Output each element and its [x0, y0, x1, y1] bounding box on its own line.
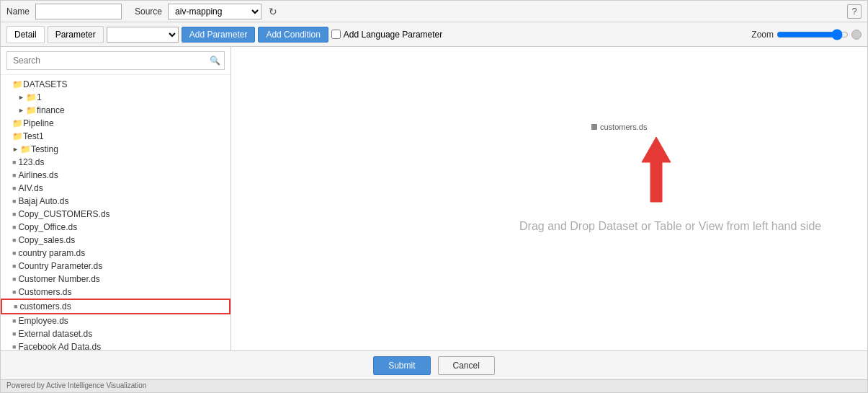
list-item[interactable]: ■ Copy_sales.ds — [1, 234, 231, 247]
bottom-bar: Powered by Active Intelligence Visualiza… — [1, 379, 867, 392]
left-panel: 🔍 📁 DATASETS ► 📁 1 — [1, 47, 231, 350]
folder-icon-test1: 📁 — [12, 131, 23, 141]
tree-label: 123.ds — [18, 157, 44, 167]
file-icon: ■ — [12, 288, 16, 296]
file-icon: ■ — [12, 172, 16, 179]
tree-label-finance: finance — [37, 105, 65, 115]
zoom-slider[interactable] — [777, 29, 849, 40]
footer: Submit Cancel — [1, 350, 867, 379]
list-item[interactable]: ■ Copy_Office.ds — [1, 221, 231, 234]
tree-label-customers-ds: customers.ds — [19, 301, 71, 312]
tree-label-test1: Test1 — [23, 131, 44, 141]
tree-item-pipeline[interactable]: 📁 Pipeline — [1, 117, 231, 130]
toolbar-row: Detail Parameter Add Parameter Add Condi… — [1, 22, 867, 47]
ds-square-icon — [591, 124, 597, 130]
main-container: Name Source aiv-mapping other ↻ ? Detail… — [0, 0, 868, 393]
tree-label: Country Parameter.ds — [18, 261, 102, 271]
add-parameter-button[interactable]: Add Parameter — [182, 27, 256, 43]
list-item[interactable]: ■ Employee.ds — [1, 314, 231, 327]
list-item[interactable]: ■ External dataset.ds — [1, 327, 231, 340]
folder-icon-testing: 📁 — [20, 144, 31, 154]
file-icon: ■ — [12, 237, 16, 244]
file-icon: ■ — [12, 224, 16, 231]
add-language-param-label[interactable]: Add Language Parameter — [331, 30, 442, 40]
search-input[interactable] — [6, 51, 225, 70]
source-label: Source — [135, 6, 162, 17]
arrow-icon-1: ► — [18, 94, 24, 101]
list-item[interactable]: ■ Bajaj Auto.ds — [1, 195, 231, 208]
file-icon: ■ — [12, 185, 16, 192]
tree-label-testing: Testing — [31, 144, 58, 154]
file-icon: ■ — [12, 211, 16, 218]
tree-label: Facebook Ad Data.ds — [18, 342, 101, 350]
list-item[interactable]: ■ Country Parameter.ds — [1, 260, 231, 273]
folder-icon-1: 📁 — [26, 92, 37, 102]
cancel-button[interactable]: Cancel — [438, 356, 495, 375]
help-button[interactable]: ? — [847, 4, 862, 19]
file-icon: ■ — [14, 303, 17, 310]
file-icon: ■ — [12, 330, 16, 337]
tab-detail[interactable]: Detail — [6, 26, 45, 43]
tree-label: Copy_Office.ds — [18, 222, 77, 232]
lang-param-checkbox[interactable] — [331, 30, 341, 39]
source-select[interactable]: aiv-mapping other — [168, 4, 261, 19]
tree-label: AIV.ds — [18, 183, 42, 193]
refresh-button[interactable]: ↻ — [267, 4, 279, 19]
list-item[interactable]: ■ Customers.ds — [1, 286, 231, 299]
arrow-icon-testing: ► — [12, 146, 19, 153]
list-item[interactable]: ■ 123.ds — [1, 156, 231, 169]
file-icon: ■ — [12, 317, 16, 324]
datasets-label: DATASETS — [23, 79, 68, 89]
tree-label: country param.ds — [18, 248, 85, 258]
list-item[interactable]: ■ Copy_CUSTOMERS.ds — [1, 208, 231, 221]
tree-label: Airlines.ds — [18, 170, 58, 180]
add-condition-button[interactable]: Add Condition — [258, 27, 328, 43]
file-icon: ■ — [12, 250, 16, 257]
list-item[interactable]: ■ AIV.ds — [1, 182, 231, 195]
red-arrow-svg — [635, 133, 678, 206]
tree-label: Customers.ds — [18, 287, 71, 297]
tree-item-testing[interactable]: ► 📁 Testing — [1, 143, 231, 156]
file-icon: ■ — [12, 198, 16, 205]
tree-label-1: 1 — [37, 92, 42, 102]
tree-label: Bajaj Auto.ds — [18, 196, 68, 206]
arrow-icon-finance: ► — [18, 107, 24, 114]
content-area: 🔍 📁 DATASETS ► 📁 1 — [1, 47, 867, 350]
folder-icon-finance: 📁 — [26, 105, 37, 115]
name-label: Name — [6, 6, 30, 17]
list-item[interactable]: ■ Customer Number.ds — [1, 273, 231, 286]
file-icon: ■ — [12, 262, 16, 270]
tree-root-datasets[interactable]: 📁 DATASETS — [1, 78, 231, 91]
canvas-panel: customers.ds Drag and Drop Dataset or Ta… — [231, 47, 867, 350]
submit-button[interactable]: Submit — [373, 356, 430, 375]
zoom-label: Zoom — [751, 30, 774, 40]
file-icon: ■ — [12, 343, 16, 350]
tree-label: Customer Number.ds — [18, 274, 99, 284]
arrow-up-indicator — [635, 133, 678, 208]
svg-marker-0 — [642, 137, 671, 202]
zoom-circle — [851, 30, 862, 40]
tree-label: External dataset.ds — [18, 329, 92, 339]
file-icon: ■ — [12, 275, 16, 283]
tree-item-1[interactable]: ► 📁 1 — [1, 91, 231, 104]
tree-item-test1[interactable]: 📁 Test1 — [1, 130, 231, 143]
tree-container: 📁 DATASETS ► 📁 1 ► 📁 finance — [1, 75, 231, 350]
name-input[interactable] — [35, 4, 122, 19]
list-item[interactable]: ■ country param.ds — [1, 247, 231, 260]
list-item[interactable]: ■ Facebook Ad Data.ds — [1, 340, 231, 350]
tree-label: Copy_sales.ds — [18, 235, 75, 245]
datasets-folder-icon: 📁 — [12, 79, 23, 89]
param-dropdown[interactable] — [107, 27, 179, 43]
list-item[interactable]: ■ Airlines.ds — [1, 169, 231, 182]
tree-label: Employee.ds — [18, 316, 68, 326]
file-icon: ■ — [12, 159, 16, 166]
tree-label: Copy_CUSTOMERS.ds — [18, 209, 109, 219]
header-row: Name Source aiv-mapping other ↻ ? — [1, 1, 867, 22]
tree-item-finance[interactable]: ► 📁 finance — [1, 104, 231, 117]
list-item-customers-ds-selected[interactable]: ■ customers.ds — [1, 299, 231, 314]
tab-parameter[interactable]: Parameter — [48, 26, 104, 43]
customers-ds-canvas-label: customers.ds — [591, 123, 647, 131]
search-container: 🔍 — [1, 47, 231, 75]
folder-icon-pipeline: 📁 — [12, 118, 23, 128]
search-icon-button[interactable]: 🔍 — [210, 56, 220, 66]
